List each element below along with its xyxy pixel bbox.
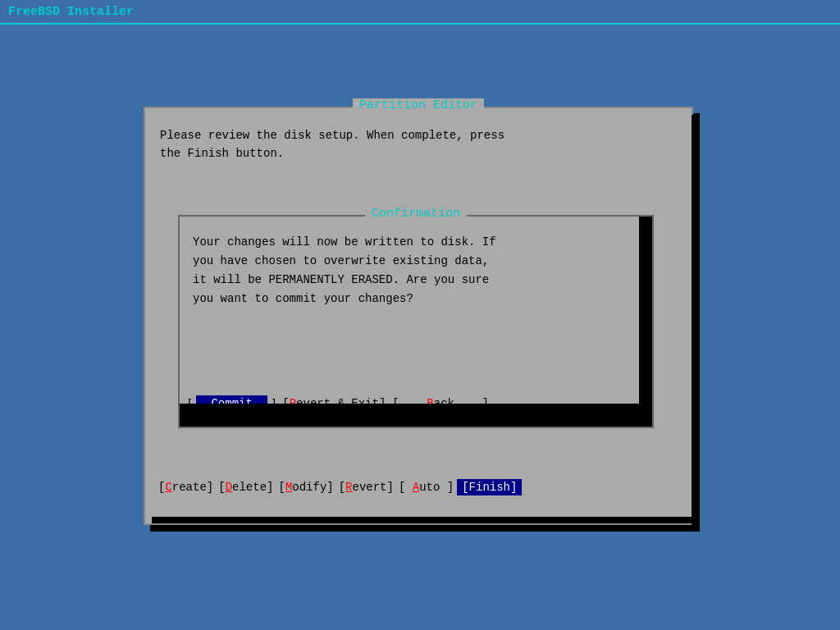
modify-button[interactable]: [Modify] (276, 481, 335, 494)
partition-editor-title: Partition Editor (353, 98, 484, 112)
conf-line3: it will be PERMANENTLY ERASED. Are you s… (193, 271, 639, 290)
auto-button[interactable]: [ Auto ] (397, 481, 455, 494)
description-line2: the Finish button. (160, 144, 504, 162)
confirmation-dialog: Confirmation Your changes will now be wr… (178, 215, 654, 428)
conf-line4: you want to commit your changes? (193, 290, 639, 308)
title-bar: FreeBSD Installer (0, 0, 840, 25)
revert-r-char2: R (345, 481, 352, 494)
app-title: FreeBSD Installer (8, 5, 134, 19)
confirmation-black-bar (180, 404, 652, 427)
modify-m-char: M (285, 481, 292, 494)
delete-d-char: D (226, 481, 232, 494)
create-c-char: C (165, 481, 171, 494)
confirmation-title: Confirmation (365, 207, 467, 221)
partition-editor-description: Please review the disk setup. When compl… (160, 126, 504, 163)
description-line1: Please review the disk setup. When compl… (160, 126, 504, 144)
conf-line1: Your changes will now be written to disk… (193, 233, 639, 252)
delete-button[interactable]: [Delete] (217, 481, 275, 494)
create-button[interactable]: [Create] (157, 481, 215, 494)
dialog-shadow-right (692, 115, 698, 530)
finish-button[interactable]: [Finish] (457, 479, 522, 495)
auto-a-char: A (413, 481, 419, 494)
bottom-toolbar: [Create] [Delete] [Modify] [Revert] [ Au… (145, 474, 692, 500)
dialog-shadow-bottom (152, 517, 698, 523)
partition-editor-dialog: Partition Editor Please review the disk … (144, 107, 693, 525)
revert-button[interactable]: [Revert] (337, 481, 395, 494)
conf-line2: you have chosen to overwrite existing da… (193, 252, 639, 271)
confirmation-text: Your changes will now be written to disk… (193, 233, 639, 308)
